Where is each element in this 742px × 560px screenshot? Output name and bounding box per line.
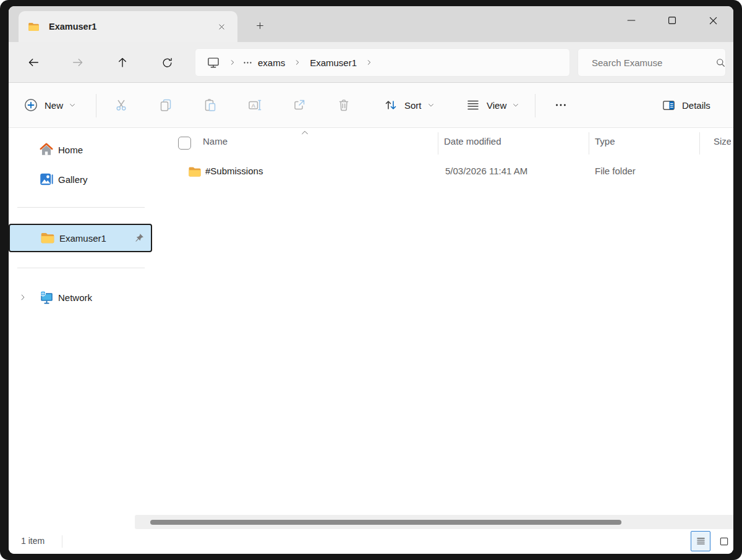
chevron-down-icon bbox=[427, 101, 435, 109]
up-button[interactable] bbox=[109, 49, 136, 76]
sidebar-item-label: Home bbox=[58, 145, 83, 155]
new-tab-button[interactable] bbox=[249, 15, 271, 36]
file-name: #Submissions bbox=[205, 166, 263, 176]
titlebar: Examuser1 bbox=[9, 6, 733, 42]
breadcrumb-overflow-button[interactable] bbox=[241, 55, 254, 70]
rename-button[interactable] bbox=[242, 93, 267, 117]
overflow-ellipsis-icon bbox=[242, 57, 253, 68]
folder-icon bbox=[187, 164, 202, 179]
tab-close-button[interactable] bbox=[213, 18, 230, 35]
column-header-date-modified[interactable]: Date modified bbox=[444, 136, 501, 146]
folder-icon bbox=[40, 230, 56, 246]
close-button[interactable] bbox=[693, 6, 733, 35]
sidebar-item-home[interactable]: Home bbox=[9, 136, 152, 163]
breadcrumb-chevron-icon bbox=[294, 59, 301, 66]
toolbar-divider bbox=[535, 94, 535, 117]
breadcrumb-item-examuser1[interactable]: Examuser1 bbox=[306, 55, 360, 70]
maximize-button[interactable] bbox=[652, 6, 693, 35]
pin-icon bbox=[134, 232, 145, 244]
horizontal-scrollbar[interactable] bbox=[135, 515, 733, 529]
sort-button[interactable]: Sort bbox=[378, 93, 440, 117]
view-button[interactable]: View bbox=[461, 93, 524, 117]
minimize-icon bbox=[625, 14, 638, 27]
column-header-size[interactable]: Size bbox=[714, 136, 731, 147]
new-plus-icon bbox=[23, 98, 38, 112]
forward-button[interactable] bbox=[64, 49, 92, 76]
rename-icon bbox=[247, 98, 262, 112]
more-options-button[interactable] bbox=[548, 93, 573, 117]
search-input[interactable] bbox=[592, 57, 715, 68]
share-button[interactable] bbox=[287, 93, 312, 117]
folder-icon bbox=[27, 20, 40, 33]
details-button-label: Details bbox=[682, 100, 710, 111]
column-resize-handle[interactable] bbox=[589, 132, 589, 155]
details-icon bbox=[662, 98, 676, 112]
column-header-name[interactable]: Name bbox=[203, 136, 228, 146]
large-icons-view-icon bbox=[719, 536, 730, 547]
file-list-pane: Name Date modified Type Size #Submission… bbox=[155, 128, 733, 515]
breadcrumb-chevron-icon bbox=[229, 59, 236, 66]
address-bar[interactable]: exams Examuser1 bbox=[195, 48, 570, 77]
new-button[interactable]: New bbox=[19, 93, 81, 117]
search-box bbox=[578, 48, 726, 77]
chevron-down-icon bbox=[512, 101, 519, 109]
refresh-button[interactable] bbox=[153, 49, 181, 76]
screen: Examuser1 bbox=[0, 0, 742, 560]
status-bar: 1 item bbox=[9, 529, 733, 554]
new-tab-icon bbox=[255, 20, 265, 31]
explorer-tab[interactable]: Examuser1 bbox=[19, 11, 237, 42]
search-icon[interactable] bbox=[715, 57, 727, 69]
expand-chevron-icon[interactable] bbox=[19, 293, 27, 302]
delete-icon bbox=[336, 98, 351, 112]
copy-button[interactable] bbox=[153, 93, 178, 117]
delete-button[interactable] bbox=[331, 93, 356, 117]
sidebar-item-network[interactable]: Network bbox=[9, 284, 152, 311]
this-pc-icon[interactable] bbox=[207, 56, 220, 69]
select-all-checkbox[interactable] bbox=[178, 137, 191, 150]
paste-button[interactable] bbox=[198, 93, 223, 117]
tab-title: Examuser1 bbox=[49, 22, 96, 32]
sidebar-item-label: Network bbox=[58, 292, 92, 303]
toolbar-divider bbox=[96, 94, 96, 117]
column-header-type[interactable]: Type bbox=[595, 136, 615, 146]
cut-button[interactable] bbox=[109, 93, 134, 117]
window-controls bbox=[611, 6, 733, 35]
sidebar-divider bbox=[17, 268, 145, 268]
details-view-icon bbox=[696, 536, 706, 546]
toolbar: New Sort View bbox=[9, 83, 733, 128]
navigation-pane: Home Gallery Examuser1 Network bbox=[9, 128, 155, 529]
new-button-label: New bbox=[45, 100, 63, 111]
file-type: File folder bbox=[595, 166, 636, 176]
sidebar-item-examuser1[interactable]: Examuser1 bbox=[9, 224, 152, 252]
scrollbar-thumb[interactable] bbox=[150, 520, 621, 525]
file-date-modified: 5/03/2026 11:41 AM bbox=[445, 166, 527, 176]
sidebar-item-gallery[interactable]: Gallery bbox=[9, 166, 152, 193]
column-resize-handle[interactable] bbox=[438, 132, 438, 155]
minimize-button[interactable] bbox=[611, 6, 652, 35]
column-sort-caret-icon bbox=[300, 128, 310, 138]
details-view-toggle[interactable] bbox=[691, 531, 710, 551]
column-resize-handle[interactable] bbox=[699, 132, 700, 155]
window-frame: Examuser1 bbox=[0, 0, 742, 560]
paste-icon bbox=[203, 98, 218, 112]
share-icon bbox=[292, 98, 307, 112]
sidebar-item-label: Examuser1 bbox=[59, 233, 106, 244]
cut-icon bbox=[114, 98, 129, 112]
sidebar-divider bbox=[17, 207, 145, 208]
home-icon bbox=[38, 142, 54, 158]
refresh-icon bbox=[161, 56, 174, 69]
more-icon bbox=[554, 98, 568, 112]
details-button[interactable]: Details bbox=[657, 93, 715, 117]
large-icons-view-toggle[interactable] bbox=[714, 531, 733, 551]
close-icon bbox=[707, 14, 720, 27]
file-row-submissions[interactable]: #Submissions 5/03/2026 11:41 AM File fol… bbox=[155, 159, 733, 184]
forward-icon bbox=[71, 56, 85, 69]
network-icon bbox=[38, 289, 54, 305]
maximize-icon bbox=[666, 14, 678, 27]
file-explorer-window: Examuser1 bbox=[9, 6, 733, 554]
sort-button-label: Sort bbox=[404, 100, 422, 111]
breadcrumb-chevron-icon bbox=[365, 59, 373, 66]
back-button[interactable] bbox=[20, 49, 47, 76]
item-count: 1 item bbox=[21, 529, 45, 553]
breadcrumb-item-exams[interactable]: exams bbox=[254, 55, 289, 70]
